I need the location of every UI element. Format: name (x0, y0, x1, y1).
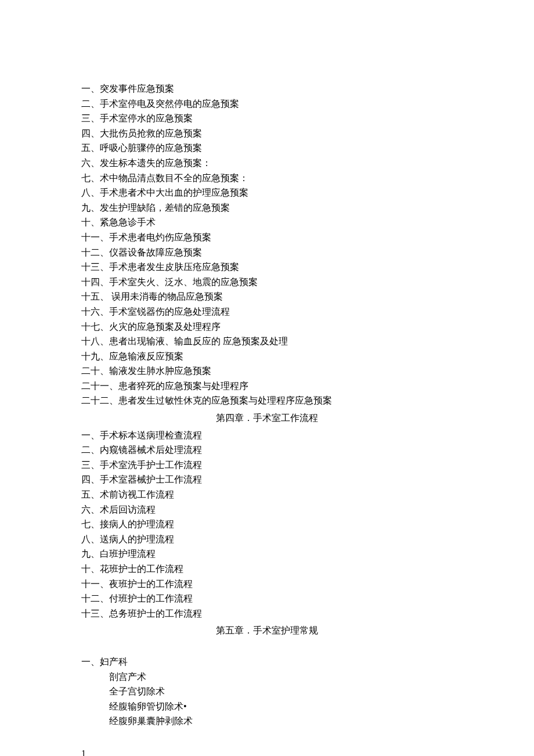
page-number: 1 (81, 746, 453, 756)
list-item: 五、术前访视工作流程 (81, 487, 453, 502)
list-item: 七、术中物品清点数目不全的应急预案： (81, 171, 453, 186)
spacer (81, 640, 453, 654)
chapter-5-title: 第五章．手术室护理常规 (81, 623, 453, 638)
list-item: 二十二、患者发生过敏性休克的应急预案与处理程序应急预案 (81, 393, 453, 408)
list-item: 五、呼吸心脏骤停的应急预案 (81, 141, 453, 156)
list-item: 二十一、患者猝死的应急预案与处理程序 (81, 379, 453, 394)
list-item: 七、接病人的护理流程 (81, 517, 453, 532)
list-item: 十四、手术室失火、泛水、地震的应急预案 (81, 275, 453, 290)
sub-list-item: 经腹卵巢囊肿剥除术 (81, 714, 453, 729)
list-item: 二、内窥镜器械术后处理流程 (81, 442, 453, 458)
list-item: 十一、夜班护士的工作流程 (81, 577, 453, 592)
list-item: 十、花班护士的工作流程 (81, 561, 453, 577)
list-item: 四、大批伤员抢救的应急预案 (81, 126, 453, 141)
list-item: 九、发生护理缺陷，差错的应急预案 (81, 200, 453, 215)
sub-list-item: 经腹输卵管切除术• (81, 699, 453, 714)
document-page: 一、突发事件应急预案 二、手术室停电及突然停电的应急预案 三、手术室停水的应急预… (0, 0, 534, 756)
list-item: 十八、患者出现输液、输血反应的 应急预案及处理 (81, 334, 453, 349)
list-item: 四、手术室器械护士工作流程 (81, 472, 453, 487)
sub-list-item: 全子宫切除术 (81, 684, 453, 699)
subsection-heading: 一、妇产科 (81, 654, 453, 669)
section-workflow: 一、手术标本送病理检查流程 二、内窥镜器械术后处理流程 三、手术室洗手护士工作流… (81, 428, 453, 621)
list-item: 八、送病人的护理流程 (81, 532, 453, 547)
list-item: 九、白班护理流程 (81, 546, 453, 561)
list-item: 三、手术室停水的应急预案 (81, 111, 453, 126)
list-item: 十九、应急输液反应预案 (81, 349, 453, 364)
list-item: 十七、火灾的应急预案及处理程序 (81, 319, 453, 334)
list-item: 十三、总务班护士的工作流程 (81, 606, 453, 621)
list-item: 一、突发事件应急预案 (81, 81, 453, 96)
chapter-4-title: 第四章．手术室工作流程 (81, 411, 453, 426)
list-item: 十二、付班护士的工作流程 (81, 591, 453, 606)
list-item: 十、紧急急诊手术 (81, 215, 453, 230)
list-item: 二十、输液发生肺水肿应急预案 (81, 363, 453, 379)
list-item: 十六、手术室锐器伤的应急处理流程 (81, 304, 453, 319)
section-nursing-routine: 一、妇产科 剖宫产术 全子宫切除术 经腹输卵管切除术• 经腹卵巢囊肿剥除术 (81, 654, 453, 729)
list-item: 十一、手术患者电灼伤应急预案 (81, 230, 453, 245)
list-item: 六、术后回访流程 (81, 502, 453, 517)
list-item: 三、手术室洗手护士工作流程 (81, 458, 453, 473)
list-item: 十三、手术患者发生皮肤压疮应急预案 (81, 260, 453, 275)
section-emergency-plans: 一、突发事件应急预案 二、手术室停电及突然停电的应急预案 三、手术室停水的应急预… (81, 81, 453, 408)
sub-list-item: 剖宫产术 (81, 669, 453, 685)
list-item: 一、手术标本送病理检查流程 (81, 428, 453, 443)
list-item: 十五、 误用未消毒的物品应急预案 (81, 289, 453, 304)
list-item: 六、发生标本遗失的应急预案： (81, 156, 453, 171)
list-item: 十二、仪器设备故障应急预案 (81, 245, 453, 260)
list-item: 八、手术患者术中大出血的护理应急预案 (81, 185, 453, 200)
list-item: 二、手术室停电及突然停电的应急预案 (81, 96, 453, 111)
